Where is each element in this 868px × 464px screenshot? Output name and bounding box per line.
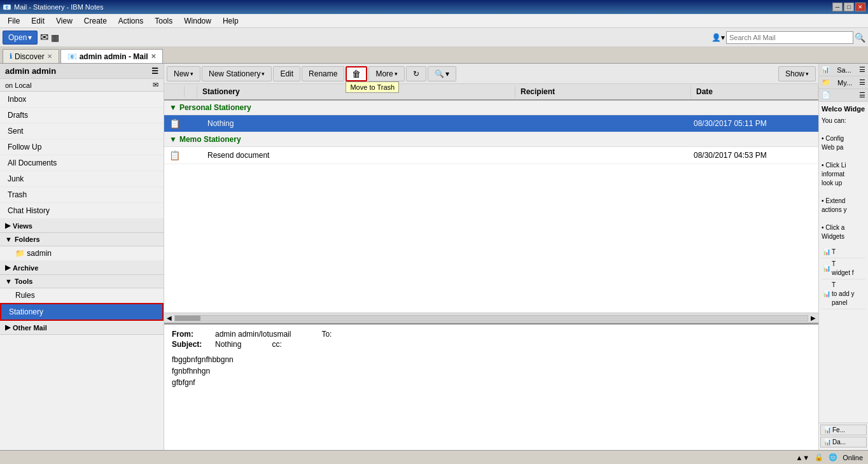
refresh-button[interactable]: ↻: [406, 66, 426, 81]
tab-mail-close[interactable]: ✕: [151, 53, 156, 60]
right-panel-menu-3[interactable]: ☰: [859, 91, 865, 99]
sidebar-tools-section[interactable]: ▼ Tools: [0, 275, 164, 288]
mail-icon[interactable]: ✉: [40, 31, 48, 43]
right-panel-item-2[interactable]: 📊 T widget f: [822, 258, 865, 279]
trash-button[interactable]: 🗑: [346, 66, 367, 81]
sidebar-othermail-section[interactable]: ▶ Other Mail: [0, 321, 164, 335]
maximize-button[interactable]: □: [844, 3, 854, 11]
sidebar-mail-icon[interactable]: ✉: [153, 81, 158, 89]
new-stationery-label: New Stationery: [209, 69, 260, 78]
title-bar: 📧 Mail - Stationery - IBM Notes ─ □ ✕: [0, 0, 868, 14]
sidebar-item-drafts[interactable]: Drafts: [0, 108, 164, 123]
sidebar-item-rules[interactable]: Rules: [0, 288, 164, 303]
folders-label: Folders: [15, 236, 40, 243]
row-icon: 📋: [164, 150, 185, 160]
right-panel-icon-2: 📁: [822, 78, 830, 87]
row-icon: 📋: [164, 118, 185, 129]
scroll-left-arrow[interactable]: ◀: [164, 314, 174, 321]
tab-discover[interactable]: ℹ Discover ✕: [3, 49, 59, 63]
menu-edit[interactable]: Edit: [26, 15, 50, 27]
rp-bottom-btn-1[interactable]: 📊 Fe...: [820, 425, 867, 435]
grid-icon[interactable]: ▦: [51, 32, 59, 43]
sidebar-item-stationery[interactable]: Stationery: [0, 303, 164, 321]
sidebar-folders-section[interactable]: ▼ Folders: [0, 233, 164, 246]
network-icon: 🌐: [829, 453, 837, 461]
search-input[interactable]: [726, 31, 853, 44]
sidebar-archive-section[interactable]: ▶ Archive: [0, 261, 164, 275]
table-row[interactable]: 📋 Nothing 08/30/2017 05:11 PM: [164, 115, 818, 132]
section-memo-label: Memo Stationery: [179, 135, 241, 144]
minimize-button[interactable]: ─: [832, 3, 843, 11]
sidebar-username: admin admin: [5, 66, 56, 76]
rp-bottom-icon-1: 📊: [823, 426, 831, 433]
sidebar-item-inbox[interactable]: Inbox: [0, 92, 164, 108]
menu-window[interactable]: Window: [179, 15, 216, 27]
menu-file[interactable]: File: [3, 15, 25, 27]
menu-create[interactable]: Create: [79, 15, 112, 27]
sidebar-item-junk[interactable]: Junk: [0, 171, 164, 187]
profile-icon[interactable]: 👤▾: [711, 33, 725, 42]
move-to-trash-tooltip: Move to Trash: [346, 81, 399, 93]
sidebar-header: admin admin ☰: [0, 64, 164, 79]
right-panel-item-1[interactable]: 📊 T: [822, 246, 865, 258]
close-button[interactable]: ✕: [855, 3, 865, 11]
new-button[interactable]: New: [167, 66, 200, 81]
rp-item-icon-3: 📊: [823, 290, 830, 299]
menu-view[interactable]: View: [51, 15, 78, 27]
table-row[interactable]: 📋 Resend document 08/30/2017 04:53 PM: [164, 147, 818, 164]
open-button[interactable]: Open ▾: [3, 31, 38, 45]
sidebar: admin admin ☰ on Local ✉ Inbox Drafts Se…: [0, 64, 164, 450]
menu-actions[interactable]: Actions: [113, 15, 148, 27]
more-button[interactable]: More: [368, 66, 404, 81]
scroll-track[interactable]: [174, 315, 808, 321]
body-line-1: fbggbnfgnfhbbgnn: [172, 354, 811, 365]
right-panel-menu-1[interactable]: ☰: [859, 66, 865, 74]
sidebar-item-chathistory[interactable]: Chat History: [0, 203, 164, 219]
tab-mail[interactable]: 📧 admin admin - Mail ✕: [60, 49, 163, 63]
edit-button[interactable]: Edit: [273, 66, 300, 81]
col-date: Date: [691, 86, 818, 97]
menu-bar: File Edit View Create Actions Tools Wind…: [0, 14, 868, 28]
followup-label: Follow Up: [8, 143, 41, 151]
preview-pane: From: admin admin/lotusmail To: Subject:…: [164, 323, 818, 450]
sidebar-item-sent[interactable]: Sent: [0, 123, 164, 139]
tab-mail-label: admin admin - Mail: [80, 52, 148, 61]
sidebar-item-trash[interactable]: Trash: [0, 187, 164, 203]
section-personal-stationery[interactable]: ▼ Personal Stationery: [164, 101, 818, 115]
from-label: From:: [172, 330, 210, 339]
window-controls[interactable]: ─ □ ✕: [832, 3, 865, 11]
row-name: Nothing: [205, 115, 564, 132]
right-panel-label-1: 📊: [822, 66, 829, 73]
rename-button[interactable]: Rename: [302, 66, 344, 81]
sidebar-item-alldocs[interactable]: All Documents: [0, 155, 164, 171]
search-filter-button[interactable]: 🔍 ▾: [428, 66, 456, 81]
sidebar-item-sadmin[interactable]: 📁 sadmin: [0, 246, 164, 261]
menu-help[interactable]: Help: [218, 15, 244, 27]
tab-bar: ℹ Discover ✕ 📧 admin admin - Mail ✕: [0, 47, 868, 64]
search-submit-icon[interactable]: 🔍: [855, 32, 865, 43]
action-toolbar: New New Stationery Edit Rename 🗑 Move to…: [164, 64, 818, 84]
row-recipient: [564, 151, 691, 159]
right-panel-item-3[interactable]: 📊 T to add y panel: [822, 279, 865, 309]
sidebar-menu-icon[interactable]: ☰: [151, 67, 158, 76]
lock-icon: 🔒: [815, 453, 823, 461]
discover-icon: ℹ: [10, 52, 12, 60]
section-memo-expand-icon: ▼: [169, 135, 177, 144]
othermail-expand-icon: ▶: [5, 323, 10, 332]
show-button[interactable]: Show: [778, 66, 816, 81]
menu-tools[interactable]: Tools: [150, 15, 178, 27]
tab-discover-close[interactable]: ✕: [47, 53, 52, 60]
section-memo-stationery[interactable]: ▼ Memo Stationery: [164, 132, 818, 147]
views-label: Views: [13, 222, 32, 230]
views-expand-icon: ▶: [5, 221, 10, 230]
scroll-thumb[interactable]: [175, 316, 200, 321]
scroll-right-arrow[interactable]: ▶: [808, 314, 818, 321]
right-panel-menu-2[interactable]: ☰: [859, 78, 865, 87]
horizontal-scrollbar[interactable]: ◀ ▶: [164, 313, 818, 323]
new-stationery-button[interactable]: New Stationery: [202, 66, 272, 81]
body-line-3: gfbfgnf: [172, 377, 811, 388]
right-panel-header-2: 📁 My... ☰: [819, 76, 868, 89]
rp-bottom-btn-2[interactable]: 📊 Da...: [820, 437, 867, 447]
sidebar-item-followup[interactable]: Follow Up: [0, 139, 164, 155]
sidebar-views-section[interactable]: ▶ Views: [0, 219, 164, 233]
